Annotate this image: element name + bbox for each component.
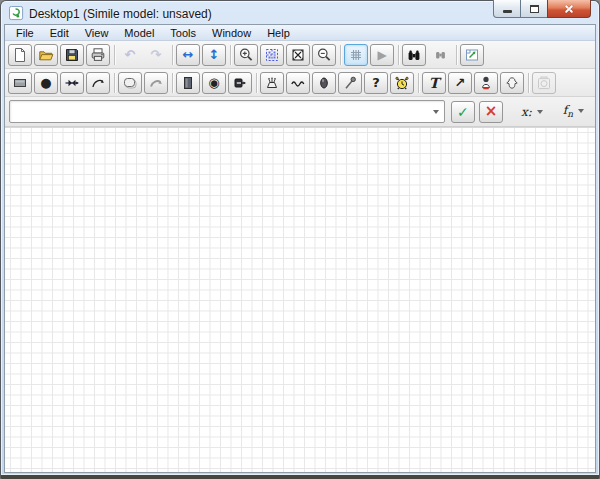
expand-vertical-button[interactable]: ↕ [202,44,226,66]
text-tool-button[interactable]: T [422,72,446,94]
fit-window-icon [290,47,306,63]
minimize-button[interactable] [493,0,521,18]
pixel-grid-icon [264,47,280,63]
tools-toolbar: ● [5,69,595,97]
grid-icon [348,47,364,63]
variable-tool-button[interactable]: ● [34,72,58,94]
flow-valve-icon [64,75,80,91]
multiple-instance-tool-button[interactable] [176,72,200,94]
binoculars-small-icon [434,48,447,61]
query-tool-button[interactable]: ? [364,72,388,94]
dummy-tool-button[interactable] [500,72,524,94]
immigration-tool-button[interactable] [286,72,310,94]
open-button[interactable] [34,44,58,66]
new-model-button[interactable] [8,44,32,66]
functions-label: fn [563,104,573,119]
chevron-down-icon [537,110,543,114]
pin-icon [342,75,358,91]
maximize-button[interactable] [520,0,548,18]
injection-tool-button[interactable] [338,72,362,94]
undo-button[interactable]: ↶ [118,44,142,66]
new-document-icon [12,47,28,63]
influence-tool-button[interactable] [86,72,110,94]
submodel-tool-button[interactable] [118,72,142,94]
equation-combobox[interactable] [9,100,445,123]
alarm-clock-icon [394,75,410,91]
channel-tool-button[interactable] [228,72,252,94]
zoom-in-icon [238,47,254,63]
find-button[interactable] [402,44,426,66]
menu-help[interactable]: Help [259,26,298,40]
title-bar: Desktop1 (Simile model: unsaved) [4,1,596,24]
app-window: Desktop1 (Simile model: unsaved) File Ed… [0,0,600,479]
confirm-equation-button[interactable]: ✓ [451,101,475,123]
cancel-equation-button[interactable]: × [479,101,503,123]
zoom-in-button[interactable] [234,44,258,66]
window-controls [494,0,591,18]
checkmark-icon: ✓ [457,105,469,119]
zoom-normal-button[interactable] [260,44,284,66]
creation-tool-button[interactable] [260,72,284,94]
toolbar-separator [172,45,173,65]
print-button[interactable] [86,44,110,66]
functions-menu-button[interactable]: fn [557,101,590,122]
grid-toggle-button[interactable] [344,44,368,66]
toolbar-separator [456,45,457,65]
print-icon [90,47,106,63]
save-button[interactable] [60,44,84,66]
find-again-button[interactable] [428,44,452,66]
ghost-outline-icon [504,75,520,91]
snapshot-tool-button[interactable] [532,72,556,94]
population-tool-button[interactable] [312,72,336,94]
close-icon [563,3,575,15]
alarm-tool-button[interactable] [390,72,414,94]
zoom-out-button[interactable] [312,44,336,66]
ringed-circle-icon: ◉ [208,76,219,89]
condition-tool-button[interactable]: ◉ [202,72,226,94]
zoom-fit-button[interactable] [286,44,310,66]
question-mark-icon: ? [372,76,380,89]
equation-input[interactable] [10,103,429,120]
toolbar-separator [256,73,257,93]
relation-arrow-tool-button[interactable] [144,72,168,94]
client-area: File Edit View Model Tools Window Help [4,24,596,473]
redo-icon: ↷ [151,48,162,61]
expand-horizontal-button[interactable]: ↔ [176,44,200,66]
main-toolbar: ↶ ↷ ↔ ↕ [5,41,595,69]
play-icon: ▶ [377,49,386,61]
menu-tools[interactable]: Tools [162,26,204,40]
chevron-down-icon [433,110,439,114]
equation-bar: ✓ × x: fn [5,97,595,127]
menu-window[interactable]: Window [204,26,259,40]
toolbar-separator [340,45,341,65]
submodel-icon [122,75,138,91]
run-button[interactable]: ▶ [370,44,394,66]
variables-label: x: [521,106,532,118]
menu-model[interactable]: Model [116,26,162,40]
combo-dropdown-button[interactable] [429,101,444,122]
ghost-tool-button[interactable] [474,72,498,94]
pointer-tool-button[interactable]: ↗ [448,72,472,94]
export-image-button[interactable] [460,44,484,66]
menu-view[interactable]: View [77,26,117,40]
relation-arrow-icon [148,75,164,91]
close-button[interactable] [547,0,591,18]
compartment-tool-button[interactable] [8,72,32,94]
toolbar-separator [528,73,529,93]
save-floppy-icon [64,47,80,63]
menu-edit[interactable]: Edit [42,26,77,40]
redo-button[interactable]: ↷ [144,44,168,66]
model-canvas[interactable] [5,127,595,472]
square-arrow-icon [232,75,248,91]
menu-file[interactable]: File [8,26,42,40]
maximize-icon [530,5,539,13]
person-icon [478,75,494,91]
vertical-block-icon [180,75,196,91]
horizontal-arrows-icon: ↔ [183,48,194,61]
variables-menu-button[interactable]: x: [515,103,549,121]
window-title: Desktop1 (Simile model: unsaved) [29,7,212,21]
zoom-out-icon [316,47,332,63]
flow-tool-button[interactable] [60,72,84,94]
toolbar-separator [398,45,399,65]
minimize-icon [503,10,512,13]
